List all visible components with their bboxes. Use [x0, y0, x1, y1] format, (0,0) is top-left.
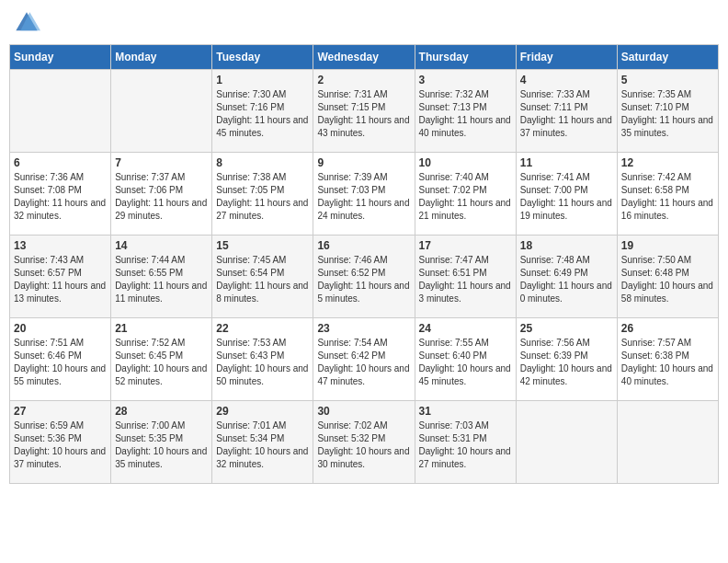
day-detail: Sunrise: 7:57 AMSunset: 6:38 PMDaylight:…	[621, 337, 714, 388]
day-detail: Sunrise: 7:41 AMSunset: 7:00 PMDaylight:…	[520, 171, 613, 223]
day-number: 30	[317, 405, 410, 418]
calendar-cell: 10 Sunrise: 7:40 AMSunset: 7:02 PMDaylig…	[415, 153, 516, 236]
weekday-header-cell: Thursday	[415, 45, 516, 70]
day-detail: Sunrise: 7:31 AMSunset: 7:15 PMDaylight:…	[317, 88, 410, 140]
logo	[13, 9, 44, 37]
calendar-cell: 6 Sunrise: 7:36 AMSunset: 7:08 PMDayligh…	[10, 153, 111, 236]
day-number: 14	[115, 239, 208, 252]
day-number: 1	[216, 74, 309, 86]
day-number: 15	[216, 239, 309, 252]
calendar-week-row: 1 Sunrise: 7:30 AMSunset: 7:16 PMDayligh…	[10, 70, 719, 153]
calendar-cell: 12 Sunrise: 7:42 AMSunset: 6:58 PMDaylig…	[617, 153, 718, 236]
calendar-cell: 26 Sunrise: 7:57 AMSunset: 6:38 PMDaylig…	[617, 318, 718, 401]
day-number: 4	[520, 74, 613, 86]
calendar-cell: 30 Sunrise: 7:02 AMSunset: 5:32 PMDaylig…	[313, 401, 415, 484]
day-detail: Sunrise: 7:37 AMSunset: 7:06 PMDaylight:…	[115, 171, 208, 223]
day-detail: Sunrise: 7:43 AMSunset: 6:57 PMDaylight:…	[14, 254, 107, 305]
calendar-week-row: 20 Sunrise: 7:51 AMSunset: 6:46 PMDaylig…	[10, 318, 719, 401]
day-number: 31	[419, 405, 512, 418]
calendar-cell: 25 Sunrise: 7:56 AMSunset: 6:39 PMDaylig…	[516, 318, 617, 401]
day-detail: Sunrise: 7:00 AMSunset: 5:35 PMDaylight:…	[115, 419, 208, 471]
day-detail: Sunrise: 7:01 AMSunset: 5:34 PMDaylight:…	[216, 419, 309, 471]
calendar-week-row: 27 Sunrise: 6:59 AMSunset: 5:36 PMDaylig…	[10, 401, 719, 484]
calendar-cell: 7 Sunrise: 7:37 AMSunset: 7:06 PMDayligh…	[111, 153, 212, 236]
calendar-cell: 16 Sunrise: 7:46 AMSunset: 6:52 PMDaylig…	[313, 236, 415, 318]
calendar-cell: 14 Sunrise: 7:44 AMSunset: 6:55 PMDaylig…	[111, 236, 212, 318]
page-header	[9, 9, 719, 37]
calendar-cell: 28 Sunrise: 7:00 AMSunset: 5:35 PMDaylig…	[111, 401, 212, 484]
calendar-cell	[111, 70, 212, 153]
weekday-header-cell: Saturday	[617, 45, 718, 70]
day-number: 7	[115, 156, 208, 169]
day-number: 5	[621, 74, 714, 86]
calendar-cell: 19 Sunrise: 7:50 AMSunset: 6:48 PMDaylig…	[617, 236, 718, 318]
day-number: 17	[419, 239, 512, 252]
day-detail: Sunrise: 7:50 AMSunset: 6:48 PMDaylight:…	[621, 254, 714, 305]
day-detail: Sunrise: 7:02 AMSunset: 5:32 PMDaylight:…	[317, 419, 410, 471]
weekday-header-row: SundayMondayTuesdayWednesdayThursdayFrid…	[10, 45, 719, 70]
day-detail: Sunrise: 7:55 AMSunset: 6:40 PMDaylight:…	[419, 337, 512, 388]
calendar-cell: 31 Sunrise: 7:03 AMSunset: 5:31 PMDaylig…	[415, 401, 516, 484]
day-detail: Sunrise: 6:59 AMSunset: 5:36 PMDaylight:…	[14, 419, 107, 471]
day-number: 9	[317, 156, 410, 169]
day-number: 28	[115, 405, 208, 418]
day-number: 16	[317, 239, 410, 252]
day-number: 10	[419, 156, 512, 169]
calendar-cell: 23 Sunrise: 7:54 AMSunset: 6:42 PMDaylig…	[313, 318, 415, 401]
calendar-table: SundayMondayTuesdayWednesdayThursdayFrid…	[9, 44, 719, 484]
calendar-cell: 15 Sunrise: 7:45 AMSunset: 6:54 PMDaylig…	[212, 236, 313, 318]
calendar-cell: 8 Sunrise: 7:38 AMSunset: 7:05 PMDayligh…	[212, 153, 313, 236]
day-detail: Sunrise: 7:44 AMSunset: 6:55 PMDaylight:…	[115, 254, 208, 305]
day-number: 2	[317, 74, 410, 86]
calendar-cell: 18 Sunrise: 7:48 AMSunset: 6:49 PMDaylig…	[516, 236, 617, 318]
calendar-cell: 4 Sunrise: 7:33 AMSunset: 7:11 PMDayligh…	[516, 70, 617, 153]
day-number: 23	[317, 322, 410, 335]
day-number: 18	[520, 239, 613, 252]
weekday-header-cell: Monday	[111, 45, 212, 70]
calendar-cell: 1 Sunrise: 7:30 AMSunset: 7:16 PMDayligh…	[212, 70, 313, 153]
day-detail: Sunrise: 7:39 AMSunset: 7:03 PMDaylight:…	[317, 171, 410, 223]
calendar-week-row: 13 Sunrise: 7:43 AMSunset: 6:57 PMDaylig…	[10, 236, 719, 318]
day-detail: Sunrise: 7:52 AMSunset: 6:45 PMDaylight:…	[115, 337, 208, 388]
day-detail: Sunrise: 7:51 AMSunset: 6:46 PMDaylight:…	[14, 337, 107, 388]
day-detail: Sunrise: 7:46 AMSunset: 6:52 PMDaylight:…	[317, 254, 410, 305]
calendar-cell: 13 Sunrise: 7:43 AMSunset: 6:57 PMDaylig…	[10, 236, 111, 318]
day-detail: Sunrise: 7:40 AMSunset: 7:02 PMDaylight:…	[419, 171, 512, 223]
day-detail: Sunrise: 7:48 AMSunset: 6:49 PMDaylight:…	[520, 254, 613, 305]
calendar-cell: 9 Sunrise: 7:39 AMSunset: 7:03 PMDayligh…	[313, 153, 415, 236]
calendar-cell: 21 Sunrise: 7:52 AMSunset: 6:45 PMDaylig…	[111, 318, 212, 401]
calendar-cell	[10, 70, 111, 153]
day-detail: Sunrise: 7:35 AMSunset: 7:10 PMDaylight:…	[621, 88, 714, 140]
day-number: 13	[14, 239, 107, 252]
day-detail: Sunrise: 7:42 AMSunset: 6:58 PMDaylight:…	[621, 171, 714, 223]
day-detail: Sunrise: 7:56 AMSunset: 6:39 PMDaylight:…	[520, 337, 613, 388]
day-detail: Sunrise: 7:54 AMSunset: 6:42 PMDaylight:…	[317, 337, 410, 388]
day-number: 26	[621, 322, 714, 335]
day-detail: Sunrise: 7:38 AMSunset: 7:05 PMDaylight:…	[216, 171, 309, 223]
calendar-body: 1 Sunrise: 7:30 AMSunset: 7:16 PMDayligh…	[10, 70, 719, 484]
calendar-cell	[617, 401, 718, 484]
calendar-cell: 29 Sunrise: 7:01 AMSunset: 5:34 PMDaylig…	[212, 401, 313, 484]
calendar-cell: 17 Sunrise: 7:47 AMSunset: 6:51 PMDaylig…	[415, 236, 516, 318]
day-detail: Sunrise: 7:03 AMSunset: 5:31 PMDaylight:…	[419, 419, 512, 471]
weekday-header-cell: Friday	[516, 45, 617, 70]
day-detail: Sunrise: 7:30 AMSunset: 7:16 PMDaylight:…	[216, 88, 309, 140]
weekday-header-cell: Tuesday	[212, 45, 313, 70]
day-number: 3	[419, 74, 512, 86]
weekday-header-cell: Wednesday	[313, 45, 415, 70]
calendar-week-row: 6 Sunrise: 7:36 AMSunset: 7:08 PMDayligh…	[10, 153, 719, 236]
day-number: 6	[14, 156, 107, 169]
calendar-cell: 20 Sunrise: 7:51 AMSunset: 6:46 PMDaylig…	[10, 318, 111, 401]
day-number: 21	[115, 322, 208, 335]
day-number: 20	[14, 322, 107, 335]
calendar-cell: 5 Sunrise: 7:35 AMSunset: 7:10 PMDayligh…	[617, 70, 718, 153]
calendar-cell: 27 Sunrise: 6:59 AMSunset: 5:36 PMDaylig…	[10, 401, 111, 484]
day-number: 19	[621, 239, 714, 252]
day-detail: Sunrise: 7:33 AMSunset: 7:11 PMDaylight:…	[520, 88, 613, 140]
weekday-header-cell: Sunday	[10, 45, 111, 70]
day-detail: Sunrise: 7:53 AMSunset: 6:43 PMDaylight:…	[216, 337, 309, 388]
day-number: 25	[520, 322, 613, 335]
day-number: 8	[216, 156, 309, 169]
calendar-cell	[516, 401, 617, 484]
day-detail: Sunrise: 7:47 AMSunset: 6:51 PMDaylight:…	[419, 254, 512, 305]
